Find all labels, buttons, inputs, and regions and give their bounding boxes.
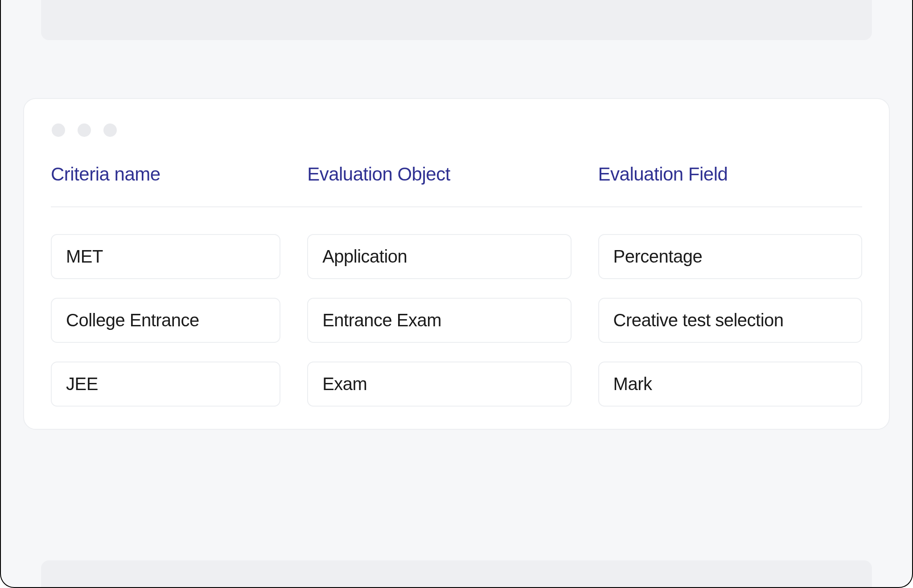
outer-container: Criteria name Evaluation Object Evaluati…: [0, 0, 913, 588]
cell-criteria-name[interactable]: College Entrance: [51, 298, 280, 343]
header-evaluation-field: Evaluation Field: [598, 164, 862, 185]
table-header: Criteria name Evaluation Object Evaluati…: [51, 164, 862, 207]
table-row: JEE Exam Mark: [51, 362, 862, 407]
cell-criteria-name[interactable]: JEE: [51, 362, 280, 407]
window-dot-3: [103, 123, 117, 137]
cell-evaluation-object[interactable]: Exam: [307, 362, 571, 407]
header-evaluation-object: Evaluation Object: [307, 164, 571, 185]
cell-evaluation-field[interactable]: Mark: [598, 362, 862, 407]
top-panel: [41, 0, 872, 40]
cell-evaluation-field[interactable]: Percentage: [598, 234, 862, 279]
cell-criteria-name[interactable]: MET: [51, 234, 280, 279]
table-row: College Entrance Entrance Exam Creative …: [51, 298, 862, 343]
bottom-panel: [41, 560, 872, 587]
window-dot-2: [78, 123, 91, 137]
table-row: MET Application Percentage: [51, 234, 862, 279]
header-criteria-name: Criteria name: [51, 164, 280, 185]
criteria-card: Criteria name Evaluation Object Evaluati…: [23, 98, 890, 430]
window-dot-1: [52, 123, 65, 137]
cell-evaluation-field[interactable]: Creative test selection: [598, 298, 862, 343]
table-body: MET Application Percentage College Entra…: [51, 234, 862, 407]
cell-evaluation-object[interactable]: Application: [307, 234, 571, 279]
window-controls: [51, 123, 862, 137]
cell-evaluation-object[interactable]: Entrance Exam: [307, 298, 571, 343]
